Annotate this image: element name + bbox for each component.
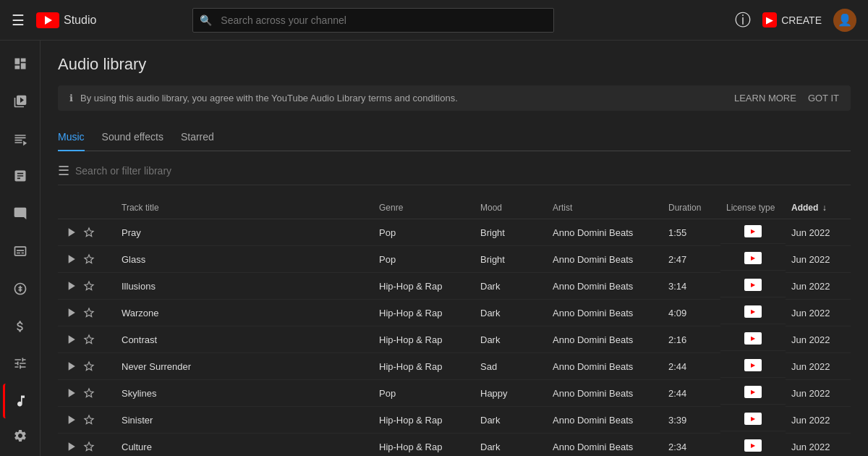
track-added: Jun 2022 bbox=[786, 300, 851, 326]
sidebar-item-dashboard[interactable] bbox=[3, 46, 38, 81]
help-icon[interactable]: ⓘ bbox=[735, 9, 751, 31]
sidebar-item-comments[interactable] bbox=[3, 196, 38, 231]
track-artist: Anno Domini Beats bbox=[547, 434, 663, 457]
track-mood: Dark bbox=[475, 300, 547, 326]
track-title: Culture bbox=[116, 434, 373, 457]
track-duration: 2:34 bbox=[663, 434, 720, 457]
play-button[interactable] bbox=[64, 386, 78, 400]
track-added: Jun 2022 bbox=[786, 407, 851, 434]
track-added: Jun 2022 bbox=[786, 246, 851, 273]
track-artist: Anno Domini Beats bbox=[547, 300, 663, 326]
info-icon: ℹ bbox=[69, 93, 73, 104]
star-button[interactable] bbox=[82, 360, 95, 373]
notice-left: ℹ By using this audio library, you agree… bbox=[69, 93, 458, 104]
play-button[interactable] bbox=[64, 332, 78, 347]
track-duration: 2:47 bbox=[663, 246, 720, 273]
license-yt-icon bbox=[744, 359, 762, 371]
track-mood: Dark bbox=[475, 407, 547, 434]
sidebar-item-settings[interactable] bbox=[3, 421, 38, 456]
star-button[interactable] bbox=[82, 226, 95, 239]
track-title: Illusions bbox=[116, 273, 373, 300]
track-title: Glass bbox=[116, 246, 373, 273]
table-row: Skylines Pop Happy Anno Domini Beats 2:4… bbox=[58, 380, 851, 407]
track-genre: Pop bbox=[373, 219, 475, 246]
star-button[interactable] bbox=[82, 279, 95, 292]
sidebar-item-playlists[interactable] bbox=[3, 122, 38, 156]
track-mood: Dark bbox=[475, 434, 547, 457]
star-button[interactable] bbox=[82, 440, 95, 453]
table-row: Glass Pop Bright Anno Domini Beats 2:47 … bbox=[58, 246, 851, 273]
track-added: Jun 2022 bbox=[786, 434, 851, 457]
tab-starred[interactable]: Starred bbox=[181, 125, 214, 151]
star-button[interactable] bbox=[82, 253, 95, 266]
search-icon: 🔍 bbox=[200, 14, 212, 26]
play-button[interactable] bbox=[64, 413, 78, 427]
filter-input[interactable] bbox=[75, 165, 851, 177]
tab-music[interactable]: Music bbox=[58, 125, 85, 151]
sidebar-item-earn[interactable] bbox=[3, 309, 38, 344]
sidebar-item-audio-library[interactable] bbox=[3, 384, 38, 418]
sidebar-item-content[interactable] bbox=[3, 84, 38, 119]
license-yt-icon bbox=[744, 305, 762, 318]
play-button[interactable] bbox=[64, 225, 78, 240]
filter-icon: ☰ bbox=[58, 163, 69, 179]
track-artist: Anno Domini Beats bbox=[547, 273, 663, 300]
license-yt-icon bbox=[744, 252, 762, 264]
license-yt-icon bbox=[744, 332, 762, 345]
play-button[interactable] bbox=[64, 305, 78, 320]
play-button[interactable] bbox=[64, 252, 78, 266]
track-genre: Hip-Hop & Rap bbox=[373, 300, 475, 326]
got-it-button[interactable]: GOT IT bbox=[808, 93, 839, 104]
track-added: Jun 2022 bbox=[786, 353, 851, 380]
search-input[interactable] bbox=[192, 8, 554, 33]
star-button[interactable] bbox=[82, 413, 95, 426]
license-yt-icon bbox=[744, 279, 762, 291]
notice-text: By using this audio library, you agree w… bbox=[80, 93, 458, 104]
top-nav: ☰ Studio 🔍 ⓘ ▶ CREATE 👤 bbox=[0, 0, 868, 41]
sidebar bbox=[0, 41, 41, 456]
studio-label: Studio bbox=[64, 14, 96, 27]
sidebar-item-copyright[interactable] bbox=[3, 271, 38, 306]
track-table: Track title Genre Mood Artist Duration L… bbox=[58, 197, 851, 456]
track-artist: Anno Domini Beats bbox=[547, 407, 663, 434]
create-label: CREATE bbox=[781, 14, 822, 26]
track-title: Pray bbox=[116, 219, 373, 246]
star-button[interactable] bbox=[82, 333, 95, 346]
play-button[interactable] bbox=[64, 279, 78, 293]
license-yt-icon bbox=[744, 225, 762, 237]
track-added: Jun 2022 bbox=[786, 380, 851, 407]
track-mood: Sad bbox=[475, 353, 547, 380]
sidebar-item-subtitles[interactable] bbox=[3, 234, 38, 269]
track-title: Never Surrender bbox=[116, 353, 373, 380]
hamburger-icon[interactable]: ☰ bbox=[12, 12, 25, 29]
avatar[interactable]: 👤 bbox=[833, 9, 856, 32]
tab-sound-effects[interactable]: Sound effects bbox=[102, 125, 163, 151]
track-artist: Anno Domini Beats bbox=[547, 246, 663, 273]
search-bar: 🔍 bbox=[192, 8, 554, 33]
track-mood: Bright bbox=[475, 219, 547, 246]
col-added-header: Added ↓ bbox=[786, 197, 851, 219]
track-artist: Anno Domini Beats bbox=[547, 219, 663, 246]
col-duration-header: Duration bbox=[663, 197, 720, 219]
track-artist: Anno Domini Beats bbox=[547, 380, 663, 407]
track-duration: 2:16 bbox=[663, 326, 720, 353]
sort-arrow-icon[interactable]: ↓ bbox=[822, 203, 827, 213]
star-button[interactable] bbox=[82, 306, 95, 319]
track-added: Jun 2022 bbox=[786, 326, 851, 353]
layout: Audio library ℹ By using this audio libr… bbox=[0, 41, 868, 456]
star-button[interactable] bbox=[82, 387, 95, 400]
table-row: Never Surrender Hip-Hop & Rap Sad Anno D… bbox=[58, 353, 851, 380]
create-button[interactable]: ▶ CREATE bbox=[762, 12, 822, 28]
notice-right: LEARN MORE GOT IT bbox=[734, 93, 839, 104]
sidebar-item-customise[interactable] bbox=[3, 347, 38, 381]
play-button[interactable] bbox=[64, 439, 78, 454]
track-artist: Anno Domini Beats bbox=[547, 353, 663, 380]
track-mood: Bright bbox=[475, 246, 547, 273]
play-button[interactable] bbox=[64, 359, 78, 373]
track-duration: 3:14 bbox=[663, 273, 720, 300]
track-genre: Pop bbox=[373, 380, 475, 407]
license-yt-icon bbox=[744, 386, 762, 398]
table-row: Sinister Hip-Hop & Rap Dark Anno Domini … bbox=[58, 407, 851, 434]
learn-more-button[interactable]: LEARN MORE bbox=[734, 93, 796, 104]
sidebar-item-analytics[interactable] bbox=[3, 159, 38, 193]
